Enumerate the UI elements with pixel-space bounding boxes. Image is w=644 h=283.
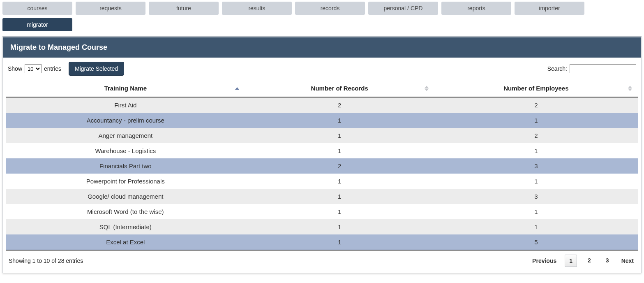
table-row[interactable]: Accountancy - prelim course11 [6, 113, 638, 128]
cell-employees: 1 [434, 204, 638, 219]
show-label: Show [8, 65, 22, 72]
tab-results[interactable]: results [222, 2, 292, 15]
cell-records: 1 [245, 143, 434, 158]
table-row[interactable]: Warehouse - Logistics11 [6, 143, 638, 158]
cell-name: Accountancy - prelim course [6, 113, 245, 128]
cell-employees: 2 [434, 97, 638, 113]
tab-records[interactable]: records [295, 2, 365, 15]
cell-records: 1 [245, 219, 434, 234]
cell-records: 2 [245, 97, 434, 113]
tab-row-2: migrator [2, 18, 642, 31]
cell-employees: 1 [434, 219, 638, 234]
tab-migrator[interactable]: migrator [2, 18, 72, 31]
page-size-select[interactable]: 10 [25, 64, 42, 73]
cell-records: 1 [245, 113, 434, 128]
cell-employees: 1 [434, 174, 638, 189]
table-row[interactable]: Financials Part two23 [6, 158, 638, 174]
cell-employees: 3 [434, 158, 638, 174]
table-row[interactable]: Excel at Excel15 [6, 234, 638, 250]
cell-name: Microsoft Word (to the wise) [6, 204, 245, 219]
cell-employees: 1 [434, 143, 638, 158]
sort-icon [628, 86, 632, 91]
table-body: First Aid22Accountancy - prelim course11… [6, 97, 638, 250]
table-row[interactable]: SQL (Intermediate)11 [6, 219, 638, 234]
column-header-label: Training Name [104, 85, 147, 92]
controls-right: Search: [547, 64, 636, 73]
search-label: Search: [547, 65, 567, 72]
training-table: Training NameNumber of RecordsNumber of … [6, 80, 638, 251]
table-row[interactable]: First Aid22 [6, 97, 638, 113]
tab-reports[interactable]: reports [441, 2, 511, 15]
cell-records: 1 [245, 234, 434, 250]
cell-name: Powerpoint for Professionals [6, 174, 245, 189]
table-row[interactable]: Microsoft Word (to the wise)11 [6, 204, 638, 219]
cell-employees: 1 [434, 113, 638, 128]
table-footer: Showing 1 to 10 of 28 entries Previous 1… [6, 251, 638, 267]
pager-previous[interactable]: Previous [531, 255, 558, 267]
table-header: Training NameNumber of RecordsNumber of … [6, 80, 638, 97]
cell-name: First Aid [6, 97, 245, 113]
column-header-name[interactable]: Training Name [6, 80, 245, 97]
cell-records: 1 [245, 189, 434, 204]
cell-records: 1 [245, 174, 434, 189]
cell-records: 1 [245, 128, 434, 143]
tab-courses[interactable]: courses [2, 2, 72, 15]
cell-employees: 5 [434, 234, 638, 250]
entries-label: entries [44, 65, 61, 72]
column-header-records[interactable]: Number of Records [245, 80, 434, 97]
cell-records: 1 [245, 204, 434, 219]
cell-name: Financials Part two [6, 158, 245, 174]
controls-row: Show 10 entries Migrate Selected Search: [6, 62, 638, 78]
pager-page-3[interactable]: 3 [602, 255, 613, 267]
migrate-panel: Migrate to Managed Course Show 10 entrie… [2, 36, 642, 273]
controls-left: Show 10 entries Migrate Selected [8, 62, 124, 76]
cell-name: SQL (Intermediate) [6, 219, 245, 234]
pager: Previous 123 Next [531, 255, 635, 267]
app-root: coursesrequestsfutureresultsrecordsperso… [0, 0, 644, 283]
tab-requests[interactable]: requests [76, 2, 145, 15]
table-row[interactable]: Powerpoint for Professionals11 [6, 174, 638, 189]
cell-employees: 2 [434, 128, 638, 143]
cell-name: Anger management [6, 128, 245, 143]
sort-asc-icon [235, 87, 239, 90]
column-header-label: Number of Records [311, 85, 368, 92]
search-input[interactable] [570, 64, 636, 73]
cell-name: Excel at Excel [6, 234, 245, 250]
pager-page-2[interactable]: 2 [584, 255, 595, 267]
entries-info: Showing 1 to 10 of 28 entries [9, 257, 83, 264]
column-header-employees[interactable]: Number of Employees [434, 80, 638, 97]
panel-body: Show 10 entries Migrate Selected Search:… [3, 58, 641, 273]
cell-name: Google/ cloud management [6, 189, 245, 204]
cell-records: 2 [245, 158, 434, 174]
migrate-selected-button[interactable]: Migrate Selected [69, 62, 124, 76]
cell-name: Warehouse - Logistics [6, 143, 245, 158]
pager-next[interactable]: Next [620, 255, 635, 267]
pager-page-1[interactable]: 1 [565, 255, 577, 267]
table-row[interactable]: Anger management12 [6, 128, 638, 143]
sort-icon [425, 86, 429, 91]
panel-title: Migrate to Managed Course [3, 37, 641, 58]
table-row[interactable]: Google/ cloud management13 [6, 189, 638, 204]
tab-future[interactable]: future [149, 2, 219, 15]
tab-importer[interactable]: importer [515, 2, 584, 15]
column-header-label: Number of Employees [503, 85, 568, 92]
cell-employees: 3 [434, 189, 638, 204]
tab-personal-cpd[interactable]: personal / CPD [368, 2, 438, 15]
tab-row-1: coursesrequestsfutureresultsrecordsperso… [2, 2, 642, 15]
